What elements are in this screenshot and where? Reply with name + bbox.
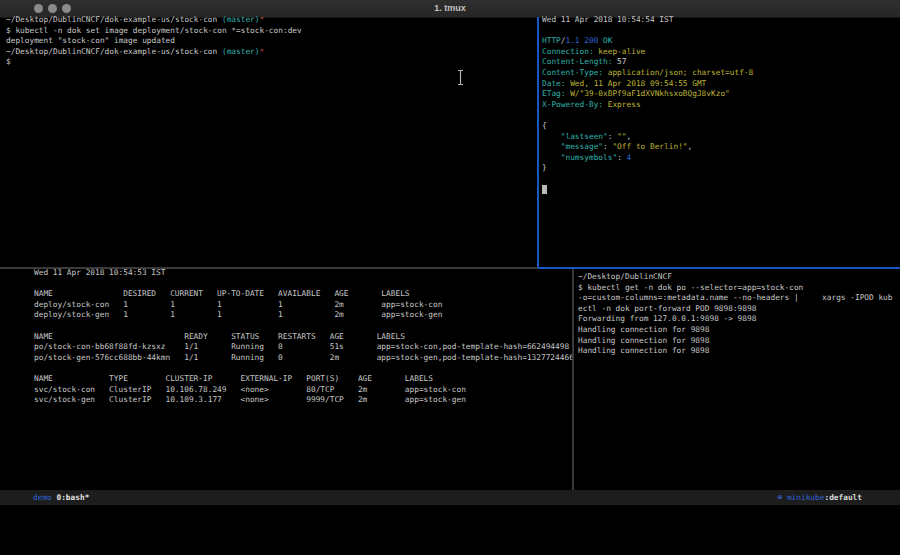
text-segment: svc/stock-gen ClusterIP 10.109.3.177 <no… <box>34 395 466 404</box>
text-segment: Date: <box>542 79 565 88</box>
status-left: demo 0:bash* <box>33 490 89 505</box>
text-segment: keep-alive <box>594 47 646 56</box>
text-segment: : <box>617 153 626 162</box>
pane-top-left-content: ~/Desktop/DublinCNCF/dok-example-us/stoc… <box>6 15 302 68</box>
terminal-line: Connection: keep-alive <box>542 47 898 58</box>
text-segment: ~/Desktop/DublinCNCF/dok-example-us/stoc… <box>6 15 222 24</box>
text-segment: po/stock-gen-576cc688bb-44kmn 1/1 Runnin… <box>34 353 572 362</box>
terminal-line: $ kubectl get -n dok po --selector=app=s… <box>578 283 899 294</box>
terminal-line: po/stock-gen-576cc688bb-44kmn 1/1 Runnin… <box>34 353 572 364</box>
text-segment: $ kubectl get -n dok po --selector=app=s… <box>578 283 803 292</box>
pane-bottom-left-content: Wed 11 Apr 2018 10:54:53 ISTNAME DESIRED… <box>34 268 572 406</box>
terminal-line: deploy/stock-con 1 1 1 1 2m app=stock-co… <box>34 300 572 311</box>
pane-divider-vertical-bottom[interactable] <box>572 269 574 490</box>
text-segment: deploy/stock-gen 1 1 1 1 2m app=stock-ge… <box>34 310 442 319</box>
text-segment: , <box>627 132 632 141</box>
terminal-line: Forwarding from 127.0.0.1:9898 -> 9898 <box>578 314 899 325</box>
text-segment: ~/Desktop/DublinCNCF <box>578 272 672 281</box>
terminal-line: Content-Length: 57 <box>542 57 898 68</box>
text-segment: HTTP <box>542 36 561 45</box>
terminal-line: Handling connection for 9898 <box>578 336 899 347</box>
text-segment: ETag: <box>542 89 565 98</box>
session-name: demo <box>33 493 52 502</box>
text-segment: Handling connection for 9898 <box>578 336 709 345</box>
text-segment: application/json; charset=utf-8 <box>603 68 753 77</box>
pane-divider-horizontal-right[interactable] <box>538 267 900 269</box>
kube-context: minikube <box>787 493 825 502</box>
terminal-line: Content-Type: application/json; charset=… <box>542 68 898 79</box>
text-segment: } <box>542 163 547 172</box>
text-segment <box>542 153 561 162</box>
text-segment: -o=custom-columns=:metadata.name --no-he… <box>578 293 893 302</box>
text-segment: Wed 11 Apr 2018 10:54:54 IST <box>542 15 673 24</box>
text-segment: W/"39-0xBPf9aF1dXVNkhsxoBQgJ8vKzo" <box>565 89 729 98</box>
text-segment: , <box>688 142 693 151</box>
terminal-line: po/stock-con-bb68f88fd-kzsxz 1/1 Running… <box>34 342 572 353</box>
text-segment: Handling connection for 9898 <box>578 325 709 334</box>
terminal-line: Wed 11 Apr 2018 10:54:54 IST <box>542 15 898 26</box>
text-segment: deploy/stock-con 1 1 1 1 2m app=stock-co… <box>34 300 442 309</box>
text-segment: (master) <box>222 47 260 56</box>
text-segment: OK <box>603 36 612 45</box>
text-segment: $ <box>6 57 11 66</box>
terminal-line: Handling connection for 9898 <box>578 325 899 336</box>
text-segment: deployment "stock-con" image updated <box>6 36 175 45</box>
text-segment: Handling connection for 9898 <box>578 346 709 355</box>
text-segment <box>542 132 561 141</box>
terminal-line: } <box>542 163 898 174</box>
terminal-line: NAME TYPE CLUSTER-IP EXTERNAL-IP PORT(S)… <box>34 374 572 385</box>
terminal-line: Date: Wed, 11 Apr 2018 09:54:55 GMT <box>542 79 898 90</box>
text-segment: NAME READY STATUS RESTARTS AGE LABELS <box>34 332 405 341</box>
terminal-line <box>542 26 898 37</box>
text-segment: "" <box>617 132 626 141</box>
terminal-line: ETag: W/"39-0xBPf9aF1dXVNkhsxoBQgJ8vKzo" <box>542 89 898 100</box>
window-tab[interactable]: 0:bash* <box>56 493 89 502</box>
text-segment: NAME DESIRED CURRENT UP-TO-DATE AVAILABL… <box>34 289 410 298</box>
text-segment: Content-Type: <box>542 68 603 77</box>
text-segment: "message" <box>561 142 603 151</box>
kube-status: ☸ minikube:default <box>777 490 862 505</box>
text-segment: ectl -n dok port-forward POD 9898:9898 <box>578 304 756 313</box>
text-segment: Wed, 11 Apr 2018 09:54:55 GMT <box>565 79 706 88</box>
text-segment: * <box>260 15 265 24</box>
text-segment: Forwarding from 127.0.0.1:9898 -> 9898 <box>578 314 756 323</box>
terminal-line: ~/Desktop/DublinCNCF/dok-example-us/stoc… <box>6 47 302 58</box>
kube-namespace: :default <box>824 493 862 502</box>
terminal-line: deploy/stock-gen 1 1 1 1 2m app=stock-ge… <box>34 310 572 321</box>
text-segment: * <box>260 47 265 56</box>
terminal-line: $ kubectl -n dok set image deployment/st… <box>6 26 302 37</box>
text-segment: "lastseen" <box>561 132 608 141</box>
terminal-line: deployment "stock-con" image updated <box>6 36 302 47</box>
terminal-line: "numsymbols": 4 <box>542 153 898 164</box>
terminal-line: ~/Desktop/DublinCNCF <box>578 272 899 283</box>
pane-divider-horizontal-left[interactable] <box>0 267 538 269</box>
terminal-line: Wed 11 Apr 2018 10:54:53 IST <box>34 268 572 279</box>
terminal-line: Handling connection for 9898 <box>578 346 899 357</box>
pane-top-right-content: Wed 11 Apr 2018 10:54:54 ISTHTTP/1.1 200… <box>542 15 898 195</box>
terminal-line: ~/Desktop/DublinCNCF/dok-example-us/stoc… <box>6 15 302 26</box>
terminal-line <box>34 279 572 290</box>
text-segment: : <box>608 132 617 141</box>
terminal-line <box>542 185 898 196</box>
text-segment: X-Powered-By: <box>542 100 603 109</box>
text-segment <box>542 142 561 151</box>
text-segment: "numsymbols" <box>561 153 617 162</box>
text-segment: $ kubectl -n dok set image deployment/st… <box>6 26 302 35</box>
terminal-line: NAME DESIRED CURRENT UP-TO-DATE AVAILABL… <box>34 289 572 300</box>
terminal-line <box>34 321 572 332</box>
terminal-line: NAME READY STATUS RESTARTS AGE LABELS <box>34 332 572 343</box>
text-segment: 1.1 200 <box>565 36 598 45</box>
text-segment: { <box>542 121 547 130</box>
pane-divider-vertical-top[interactable] <box>537 17 539 268</box>
text-segment: (master) <box>222 15 260 24</box>
text-segment: po/stock-con-bb68f88fd-kzsxz 1/1 Running… <box>34 342 569 351</box>
text-segment: 57 <box>612 57 626 66</box>
terminal-line: ectl -n dok port-forward POD 9898:9898 <box>578 304 899 315</box>
text-segment: Wed 11 Apr 2018 10:54:53 IST <box>34 268 165 277</box>
text-segment: ~/Desktop/DublinCNCF/dok-example-us/stoc… <box>6 47 222 56</box>
block-cursor <box>542 185 547 194</box>
text-segment: Connection: <box>542 47 594 56</box>
text-segment: NAME TYPE CLUSTER-IP EXTERNAL-IP PORT(S)… <box>34 374 433 383</box>
terminal-line <box>34 363 572 374</box>
terminal-line: -o=custom-columns=:metadata.name --no-he… <box>578 293 899 304</box>
